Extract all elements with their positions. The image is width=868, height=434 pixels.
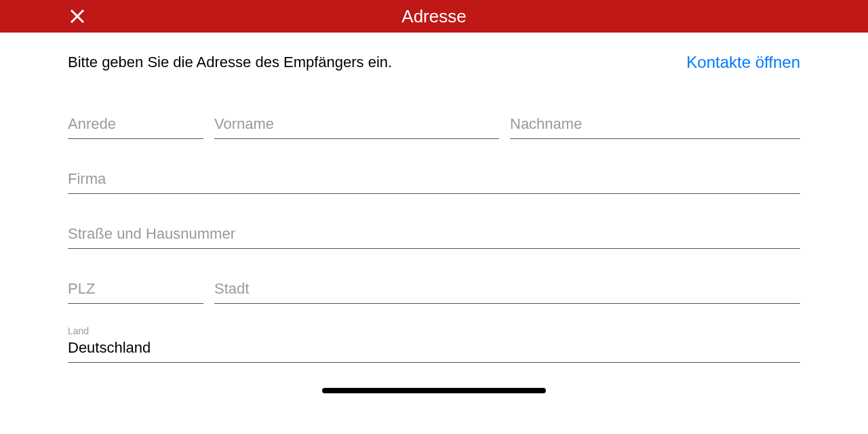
page-title: Adresse: [401, 6, 466, 27]
salutation-input[interactable]: [68, 111, 203, 139]
postal-code-input[interactable]: [68, 276, 203, 304]
open-contacts-link[interactable]: Kontakte öffnen: [686, 53, 800, 72]
instruction-text: Bitte geben Sie die Adresse des Empfänge…: [68, 54, 392, 71]
firstname-input[interactable]: [214, 111, 499, 139]
header-bar: Adresse: [0, 0, 868, 33]
home-indicator[interactable]: [322, 388, 546, 393]
country-input[interactable]: [68, 335, 800, 363]
close-button[interactable]: [68, 7, 87, 26]
street-input[interactable]: [68, 221, 800, 249]
lastname-input[interactable]: [510, 111, 800, 139]
address-form: Land: [68, 77, 800, 363]
company-input[interactable]: [68, 166, 800, 194]
close-icon: [69, 8, 85, 24]
city-input[interactable]: [214, 276, 800, 304]
